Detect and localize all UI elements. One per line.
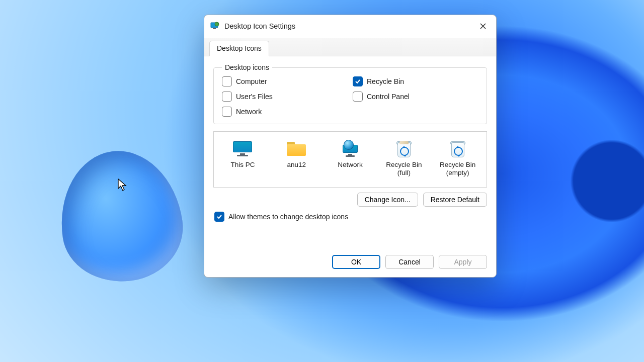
- cancel-button[interactable]: Cancel: [385, 255, 434, 269]
- this-pc-icon: [232, 139, 253, 159]
- icon-item-recycle-full[interactable]: Recycle Bin (full): [377, 139, 431, 177]
- close-icon: [480, 23, 486, 29]
- tab-desktop-icons[interactable]: Desktop Icons: [209, 41, 269, 56]
- checkbox-label: Allow themes to change desktop icons: [228, 213, 348, 221]
- desktop-icon-settings-dialog: Desktop Icon Settings Desktop Icons Desk…: [204, 15, 497, 278]
- dialog-footer: OK Cancel Apply: [204, 250, 496, 277]
- change-icon-button[interactable]: Change Icon...: [357, 193, 418, 207]
- desktop-icons-groupbox: Desktop icons Computer Recycle Bin User'…: [213, 63, 487, 124]
- icon-label: This PC: [230, 161, 255, 169]
- icon-preview-list: This PCanu12NetworkRecycle Bin (full)Rec…: [213, 131, 487, 188]
- checkbox-network[interactable]: Network: [222, 107, 348, 117]
- icon-item-network[interactable]: Network: [324, 139, 377, 177]
- checkbox-label: Recycle Bin: [367, 77, 404, 85]
- dialog-icon: [210, 22, 219, 31]
- groupbox-legend: Desktop icons: [222, 63, 272, 71]
- user-folder-icon: [286, 139, 306, 159]
- checkbox-users-files[interactable]: User's Files: [222, 92, 348, 102]
- checkbox-computer[interactable]: Computer: [222, 76, 348, 86]
- apply-button[interactable]: Apply: [439, 255, 487, 269]
- svg-rect-1: [213, 28, 216, 29]
- recycle-full-icon: [394, 139, 414, 159]
- icon-item-recycle-empty[interactable]: Recycle Bin (empty): [431, 139, 485, 177]
- icon-label: Recycle Bin (full): [386, 161, 422, 177]
- checkbox-label: User's Files: [236, 93, 273, 101]
- ok-button[interactable]: OK: [332, 255, 380, 269]
- icon-item-user-folder[interactable]: anu12: [270, 139, 324, 177]
- checkbox-label: Network: [236, 108, 262, 116]
- checkbox-label: Control Panel: [367, 93, 410, 101]
- close-button[interactable]: [476, 19, 490, 33]
- dialog-title: Desktop Icon Settings: [224, 22, 295, 30]
- checkbox-control-panel[interactable]: Control Panel: [353, 92, 478, 102]
- checkbox-recycle-bin[interactable]: Recycle Bin: [353, 76, 478, 86]
- network-icon: [340, 139, 360, 159]
- recycle-empty-icon: [448, 139, 468, 159]
- restore-default-button[interactable]: Restore Default: [423, 193, 487, 207]
- checkbox-label: Computer: [236, 77, 267, 85]
- svg-point-2: [215, 22, 219, 26]
- tabstrip: Desktop Icons: [204, 38, 496, 56]
- checkbox-allow-themes[interactable]: Allow themes to change desktop icons: [214, 212, 487, 222]
- icon-item-this-pc[interactable]: This PC: [216, 139, 270, 177]
- icon-label: Network: [338, 161, 363, 169]
- icon-label: anu12: [287, 161, 306, 169]
- icon-label: Recycle Bin (empty): [440, 161, 475, 177]
- titlebar[interactable]: Desktop Icon Settings: [204, 15, 496, 38]
